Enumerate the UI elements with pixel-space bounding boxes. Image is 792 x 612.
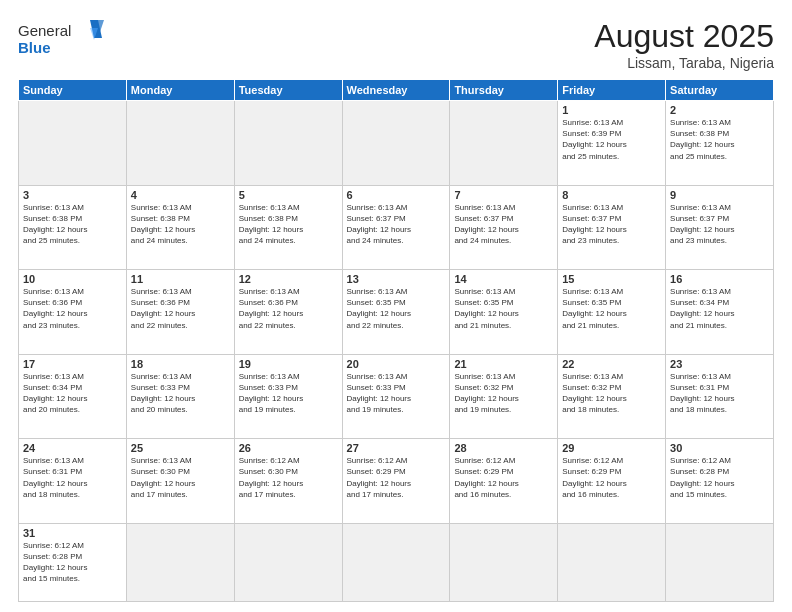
calendar-cell: 7 Sunrise: 6:13 AMSunset: 6:37 PMDayligh… [450,185,558,270]
day-info: Sunrise: 6:12 AMSunset: 6:29 PMDaylight:… [347,456,411,499]
calendar-cell: 14 Sunrise: 6:13 AMSunset: 6:35 PMDaylig… [450,270,558,355]
day-number: 13 [347,273,446,285]
day-number: 28 [454,442,553,454]
day-info: Sunrise: 6:13 AMSunset: 6:35 PMDaylight:… [562,287,626,330]
day-number: 21 [454,358,553,370]
day-number: 4 [131,189,230,201]
header-sunday: Sunday [19,80,127,101]
day-number: 1 [562,104,661,116]
calendar-cell: 27 Sunrise: 6:12 AMSunset: 6:29 PMDaylig… [342,439,450,524]
calendar-cell: 21 Sunrise: 6:13 AMSunset: 6:32 PMDaylig… [450,354,558,439]
calendar-cell: 30 Sunrise: 6:12 AMSunset: 6:28 PMDaylig… [666,439,774,524]
calendar-cell: 24 Sunrise: 6:13 AMSunset: 6:31 PMDaylig… [19,439,127,524]
day-number: 18 [131,358,230,370]
day-number: 11 [131,273,230,285]
day-info: Sunrise: 6:12 AMSunset: 6:28 PMDaylight:… [670,456,734,499]
day-info: Sunrise: 6:13 AMSunset: 6:31 PMDaylight:… [670,372,734,415]
calendar-cell: 3 Sunrise: 6:13 AMSunset: 6:38 PMDayligh… [19,185,127,270]
calendar-cell-empty [666,523,774,601]
logo-svg: General Blue [18,18,108,58]
svg-text:General: General [18,22,71,39]
day-info: Sunrise: 6:13 AMSunset: 6:37 PMDaylight:… [670,203,734,246]
location: Lissam, Taraba, Nigeria [594,55,774,71]
day-info: Sunrise: 6:13 AMSunset: 6:36 PMDaylight:… [239,287,303,330]
day-number: 7 [454,189,553,201]
calendar-cell: 19 Sunrise: 6:13 AMSunset: 6:33 PMDaylig… [234,354,342,439]
day-number: 3 [23,189,122,201]
day-info: Sunrise: 6:12 AMSunset: 6:29 PMDaylight:… [454,456,518,499]
calendar-cell: 29 Sunrise: 6:12 AMSunset: 6:29 PMDaylig… [558,439,666,524]
day-number: 5 [239,189,338,201]
day-number: 27 [347,442,446,454]
calendar-cell: 22 Sunrise: 6:13 AMSunset: 6:32 PMDaylig… [558,354,666,439]
header-friday: Friday [558,80,666,101]
weekday-header-row: Sunday Monday Tuesday Wednesday Thursday… [19,80,774,101]
day-info: Sunrise: 6:12 AMSunset: 6:29 PMDaylight:… [562,456,626,499]
day-number: 23 [670,358,769,370]
calendar-cell: 5 Sunrise: 6:13 AMSunset: 6:38 PMDayligh… [234,185,342,270]
calendar-cell: 17 Sunrise: 6:13 AMSunset: 6:34 PMDaylig… [19,354,127,439]
calendar-cell: 16 Sunrise: 6:13 AMSunset: 6:34 PMDaylig… [666,270,774,355]
day-info: Sunrise: 6:13 AMSunset: 6:38 PMDaylight:… [23,203,87,246]
calendar-cell: 9 Sunrise: 6:13 AMSunset: 6:37 PMDayligh… [666,185,774,270]
calendar-cell: 25 Sunrise: 6:13 AMSunset: 6:30 PMDaylig… [126,439,234,524]
day-info: Sunrise: 6:13 AMSunset: 6:36 PMDaylight:… [131,287,195,330]
calendar-cell-empty [126,101,234,186]
calendar-cell-empty [342,101,450,186]
calendar: Sunday Monday Tuesday Wednesday Thursday… [18,79,774,602]
day-info: Sunrise: 6:13 AMSunset: 6:34 PMDaylight:… [670,287,734,330]
calendar-row: 31 Sunrise: 6:12 AMSunset: 6:28 PMDaylig… [19,523,774,601]
header-thursday: Thursday [450,80,558,101]
header: General Blue August 2025 Lissam, Taraba,… [18,18,774,71]
day-number: 25 [131,442,230,454]
day-info: Sunrise: 6:13 AMSunset: 6:38 PMDaylight:… [131,203,195,246]
day-number: 9 [670,189,769,201]
calendar-cell: 1 Sunrise: 6:13 AMSunset: 6:39 PMDayligh… [558,101,666,186]
day-number: 30 [670,442,769,454]
calendar-row: 24 Sunrise: 6:13 AMSunset: 6:31 PMDaylig… [19,439,774,524]
day-number: 10 [23,273,122,285]
calendar-cell-empty [558,523,666,601]
day-number: 20 [347,358,446,370]
day-number: 6 [347,189,446,201]
day-number: 14 [454,273,553,285]
calendar-cell: 28 Sunrise: 6:12 AMSunset: 6:29 PMDaylig… [450,439,558,524]
calendar-row: 1 Sunrise: 6:13 AMSunset: 6:39 PMDayligh… [19,101,774,186]
calendar-cell: 23 Sunrise: 6:13 AMSunset: 6:31 PMDaylig… [666,354,774,439]
day-info: Sunrise: 6:13 AMSunset: 6:39 PMDaylight:… [562,118,626,161]
day-info: Sunrise: 6:13 AMSunset: 6:37 PMDaylight:… [454,203,518,246]
page: General Blue August 2025 Lissam, Taraba,… [0,0,792,612]
day-info: Sunrise: 6:13 AMSunset: 6:33 PMDaylight:… [239,372,303,415]
day-number: 8 [562,189,661,201]
calendar-cell: 8 Sunrise: 6:13 AMSunset: 6:37 PMDayligh… [558,185,666,270]
calendar-cell: 15 Sunrise: 6:13 AMSunset: 6:35 PMDaylig… [558,270,666,355]
calendar-cell: 20 Sunrise: 6:13 AMSunset: 6:33 PMDaylig… [342,354,450,439]
day-info: Sunrise: 6:13 AMSunset: 6:38 PMDaylight:… [239,203,303,246]
calendar-cell-empty [234,101,342,186]
day-number: 19 [239,358,338,370]
calendar-row: 10 Sunrise: 6:13 AMSunset: 6:36 PMDaylig… [19,270,774,355]
day-info: Sunrise: 6:13 AMSunset: 6:37 PMDaylight:… [347,203,411,246]
calendar-cell: 6 Sunrise: 6:13 AMSunset: 6:37 PMDayligh… [342,185,450,270]
calendar-row: 3 Sunrise: 6:13 AMSunset: 6:38 PMDayligh… [19,185,774,270]
day-number: 12 [239,273,338,285]
calendar-row: 17 Sunrise: 6:13 AMSunset: 6:34 PMDaylig… [19,354,774,439]
calendar-cell-empty [450,523,558,601]
day-number: 22 [562,358,661,370]
day-number: 24 [23,442,122,454]
calendar-cell: 26 Sunrise: 6:12 AMSunset: 6:30 PMDaylig… [234,439,342,524]
header-tuesday: Tuesday [234,80,342,101]
month-year: August 2025 [594,18,774,55]
header-wednesday: Wednesday [342,80,450,101]
calendar-cell: 4 Sunrise: 6:13 AMSunset: 6:38 PMDayligh… [126,185,234,270]
day-info: Sunrise: 6:13 AMSunset: 6:30 PMDaylight:… [131,456,195,499]
day-number: 17 [23,358,122,370]
calendar-cell-empty [126,523,234,601]
calendar-cell-empty [234,523,342,601]
calendar-cell: 10 Sunrise: 6:13 AMSunset: 6:36 PMDaylig… [19,270,127,355]
logo: General Blue [18,18,108,58]
calendar-cell-empty [19,101,127,186]
day-info: Sunrise: 6:13 AMSunset: 6:33 PMDaylight:… [131,372,195,415]
day-info: Sunrise: 6:13 AMSunset: 6:31 PMDaylight:… [23,456,87,499]
day-info: Sunrise: 6:13 AMSunset: 6:32 PMDaylight:… [562,372,626,415]
